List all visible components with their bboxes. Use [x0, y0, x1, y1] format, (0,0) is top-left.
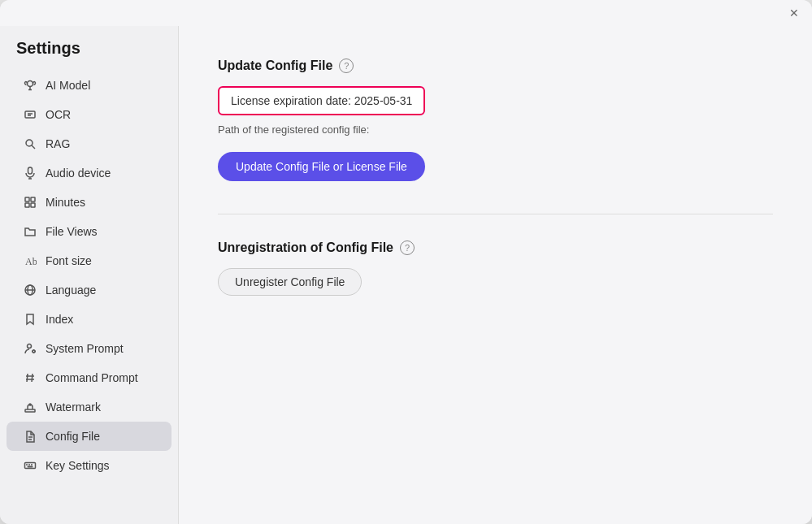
- user-cog-icon: [23, 341, 37, 356]
- svg-rect-9: [25, 203, 29, 207]
- sidebar-item-label: Audio device: [46, 167, 111, 180]
- sidebar-item-label: Watermark: [46, 401, 101, 414]
- sidebar-item-ocr[interactable]: OCR: [7, 100, 172, 129]
- sidebar-item-system-prompt[interactable]: System Prompt: [7, 334, 172, 363]
- sidebar-item-file-views[interactable]: File Views: [7, 217, 172, 246]
- sidebar-item-label: AI Model: [46, 79, 90, 92]
- update-config-header: Update Config File ?: [218, 58, 773, 73]
- svg-rect-1: [25, 111, 35, 118]
- title-bar: ✕: [0, 0, 812, 26]
- unregister-config-button[interactable]: Unregister Config File: [218, 268, 362, 296]
- sidebar: Settings AI Model: [0, 26, 179, 524]
- sidebar-item-audio[interactable]: Audio device: [7, 158, 172, 188]
- sidebar-item-key-settings[interactable]: Key Settings: [7, 451, 172, 480]
- sidebar-item-label: OCR: [46, 108, 71, 121]
- sidebar-item-index[interactable]: Index: [7, 305, 172, 334]
- folder-icon: [23, 224, 37, 239]
- font-icon: Abc: [23, 253, 37, 268]
- sidebar-item-label: Language: [46, 284, 96, 297]
- svg-rect-21: [25, 409, 35, 412]
- svg-point-0: [28, 81, 33, 87]
- svg-point-4: [26, 140, 33, 146]
- sidebar-item-config-file[interactable]: Config File: [7, 422, 172, 451]
- ocr-icon: [23, 107, 37, 122]
- sidebar-item-label: Key Settings: [46, 459, 110, 472]
- sidebar-item-label: File Views: [46, 225, 98, 238]
- svg-rect-8: [31, 197, 35, 201]
- sidebar-item-command-prompt[interactable]: Command Prompt: [7, 363, 172, 392]
- unregister-config-header: Unregistration of Config File ?: [218, 240, 773, 255]
- svg-point-15: [28, 344, 32, 349]
- sidebar-item-label: Font size: [46, 254, 92, 267]
- bookmark-icon: [23, 312, 37, 327]
- sidebar-item-label: Config File: [46, 430, 100, 443]
- svg-rect-10: [31, 203, 35, 207]
- svg-line-5: [32, 145, 35, 149]
- close-button[interactable]: ✕: [786, 5, 802, 21]
- sidebar-item-language[interactable]: Language: [7, 275, 172, 305]
- unregister-config-title: Unregistration of Config File: [218, 240, 393, 255]
- brain-icon: [23, 78, 37, 93]
- settings-window: ✕ Settings AI Model: [0, 0, 812, 524]
- svg-rect-6: [28, 167, 33, 174]
- grid-icon: [23, 195, 37, 210]
- search-icon: [23, 136, 37, 151]
- update-config-help-icon[interactable]: ?: [339, 58, 354, 73]
- svg-text:Abc: Abc: [25, 256, 37, 267]
- sidebar-item-label: RAG: [46, 137, 70, 150]
- update-config-section: Update Config File ? License expiration …: [218, 58, 773, 181]
- config-path-label: Path of the registered config file:: [218, 123, 773, 136]
- keyboard-icon: [23, 458, 37, 473]
- update-config-button[interactable]: Update Config File or License File: [218, 152, 425, 181]
- section-divider: [218, 214, 773, 214]
- sidebar-item-ai-model[interactable]: AI Model: [7, 71, 172, 100]
- content-area: Settings AI Model: [0, 26, 812, 524]
- sidebar-title: Settings: [0, 39, 178, 71]
- svg-rect-7: [25, 197, 29, 201]
- sidebar-item-label: Command Prompt: [46, 371, 138, 384]
- sidebar-item-font-size[interactable]: Abc Font size: [7, 246, 172, 275]
- update-config-title: Update Config File: [218, 58, 332, 73]
- svg-line-18: [32, 374, 33, 382]
- main-content: Update Config File ? License expiration …: [179, 26, 812, 524]
- sidebar-item-label: Minutes: [46, 196, 85, 209]
- sidebar-item-watermark[interactable]: Watermark: [7, 392, 172, 422]
- license-expiration-box: License expiration date: 2025-05-31: [218, 86, 425, 115]
- unregister-config-help-icon[interactable]: ?: [400, 240, 415, 255]
- file-text-icon: [23, 429, 37, 444]
- svg-line-17: [27, 374, 28, 382]
- mic-icon: [23, 166, 37, 180]
- hashtag-icon: [23, 370, 37, 385]
- sidebar-item-rag[interactable]: RAG: [7, 129, 172, 158]
- stamp-icon: [23, 400, 37, 414]
- globe-icon: [23, 283, 37, 297]
- sidebar-item-label: System Prompt: [46, 342, 124, 355]
- unregister-config-section: Unregistration of Config File ? Unregist…: [218, 240, 773, 296]
- license-expiration-text: License expiration date: 2025-05-31: [231, 94, 412, 107]
- sidebar-item-label: Index: [46, 313, 73, 326]
- sidebar-item-minutes[interactable]: Minutes: [7, 188, 172, 217]
